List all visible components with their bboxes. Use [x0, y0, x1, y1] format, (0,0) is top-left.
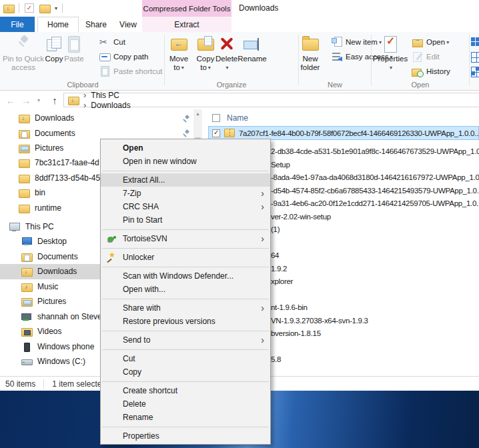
- tab-extract[interactable]: Extract: [163, 17, 210, 32]
- menu-item[interactable]: Rename ›: [101, 411, 270, 424]
- ribbon-button[interactable]: New folder▾: [300, 32, 320, 72]
- file-row[interactable]: bversion-1.8.15: [271, 327, 479, 341]
- submenu-arrow-icon: ›: [261, 303, 264, 313]
- menu-item: ›: [101, 264, 270, 269]
- menu-item[interactable]: Properties ›: [101, 429, 270, 443]
- ribbon-button[interactable]: Copy to▾: [195, 32, 215, 72]
- qat-dropdown-caret[interactable]: ▾: [55, 5, 57, 11]
- sidebar-item-icon: [21, 267, 32, 276]
- file-row[interactable]: 64: [271, 249, 479, 263]
- sidebar-item-icon: [19, 143, 29, 153]
- forward-button[interactable]: →: [19, 91, 33, 109]
- submenu-arrow-icon: ›: [261, 201, 264, 212]
- file-row[interactable]: [271, 341, 479, 354]
- submenu-arrow-icon: ›: [261, 233, 264, 244]
- menu-item[interactable]: Open ›: [101, 141, 270, 155]
- breadcrumb-item[interactable]: ›This PC: [79, 90, 131, 100]
- history-dropdown-caret[interactable]: ▾: [33, 91, 44, 109]
- sidebar-item-icon: [19, 203, 29, 213]
- tab-view[interactable]: View: [113, 17, 143, 32]
- menu-item[interactable]: 7-Zip ›: [101, 187, 270, 200]
- ribbon-button[interactable]: Copy ▾: [44, 32, 64, 72]
- ribbon-button[interactable]: Delete ▾: [215, 32, 237, 72]
- ribbon-button-icon: [300, 34, 320, 54]
- file-row[interactable]: -d54b-4574-85f2-cb6a67885433-14642154935…: [271, 185, 479, 198]
- ribbon-small-button[interactable]: Paste shortcut▾: [99, 64, 163, 79]
- file-row[interactable]: -9a31-4eb6-ac20-0f12e1cdd271-14642142597…: [271, 197, 479, 211]
- menu-item[interactable]: Scan with Windows Defender... ›: [101, 269, 270, 283]
- sidebar-item-icon: [21, 357, 32, 366]
- back-button[interactable]: ←: [3, 91, 19, 109]
- file-row[interactable]: 5.8: [271, 353, 479, 367]
- menu-item[interactable]: Open in new window ›: [101, 155, 270, 168]
- column-header[interactable]: Name: [212, 113, 248, 123]
- sidebar-item-icon: [21, 312, 32, 321]
- menu-item[interactable]: Share with ›: [101, 301, 270, 315]
- breadcrumb-item[interactable]: ›Downloads: [79, 100, 131, 110]
- file-row[interactable]: VN-1.9.3.27038-x64-svn-1.9.3: [271, 315, 479, 328]
- ribbon-small-button[interactable]: Copy path▾: [99, 49, 163, 64]
- ribbon-small-icon: [470, 36, 479, 48]
- ribbon-small-button[interactable]: Open▾: [412, 35, 450, 49]
- sidebar-item[interactable]: Downloads: [0, 111, 199, 125]
- file-row[interactable]: (1): [271, 223, 479, 237]
- menu-item[interactable]: Cut ›: [101, 352, 270, 365]
- menu-item[interactable]: Create shortcut ›: [101, 384, 270, 397]
- sidebar-item-icon: [21, 282, 32, 291]
- ribbon-group-select: Select all Select none Invert selection: [470, 32, 479, 91]
- ribbon-button[interactable]: Pin to Quick access▾: [3, 32, 44, 72]
- menu-item[interactable]: Restore previous versions ›: [101, 315, 270, 328]
- quick-access-toolbar[interactable]: ▾: [3, 3, 63, 13]
- file-row[interactable]: xplorer: [271, 275, 479, 289]
- scrollbar-up-arrow[interactable]: ▲: [193, 111, 202, 116]
- menu-item[interactable]: Copy ›: [101, 365, 270, 379]
- menu-item[interactable]: Extract All... ›: [101, 173, 270, 187]
- file-row-selected[interactable]: 7a207cf1-fe84-4b00-b79f-58f0672becf4-146…: [208, 126, 479, 140]
- ribbon-small-icon: [99, 65, 111, 77]
- ribbon-button[interactable]: Rename ▾: [237, 32, 266, 72]
- file-row[interactable]: 2-db38-4cde-a531-5b1e901a9f8c-1466467673…: [271, 145, 479, 159]
- ribbon-small-button[interactable]: Select all: [470, 35, 479, 49]
- menu-item[interactable]: Delete ›: [101, 397, 270, 411]
- chevron-right-icon: ›: [83, 100, 86, 110]
- tab-share[interactable]: Share: [80, 17, 112, 32]
- up-button[interactable]: ↑: [47, 91, 63, 109]
- row-checkbox-checked[interactable]: [212, 129, 220, 137]
- file-row[interactable]: [271, 289, 479, 302]
- tab-file[interactable]: File: [0, 17, 35, 32]
- sidebar-item-icon: [19, 173, 29, 183]
- menu-item[interactable]: Open with... ›: [101, 283, 270, 296]
- file-row[interactable]: nt-1.9.6-bin: [271, 301, 479, 315]
- ribbon-button[interactable]: Properties ▾: [373, 32, 408, 72]
- file-name: 7a207cf1-fe84-4b00-b79f-58f0672becf4-146…: [239, 129, 479, 137]
- ribbon-small-button[interactable]: Select none: [470, 49, 479, 64]
- menu-item[interactable]: CRC SHA ›: [101, 200, 270, 213]
- pin-icon: [183, 129, 189, 136]
- checkmark-icon[interactable]: [24, 3, 35, 13]
- file-row[interactable]: 1.9.2: [271, 263, 479, 276]
- sidebar-item-icon: [19, 188, 29, 197]
- ribbon-button[interactable]: Paste ▾: [64, 32, 84, 72]
- header-checkbox[interactable]: [212, 114, 220, 122]
- file-row[interactable]: Setup: [271, 159, 479, 172]
- pin-icon: [183, 115, 189, 121]
- tab-home[interactable]: Home: [37, 17, 79, 32]
- file-row[interactable]: ver-2.02-win-setup: [271, 211, 479, 224]
- ribbon-group-new: New folder▾ New item▾ Easy access▾ New: [299, 32, 371, 91]
- ribbon-button[interactable]: Move to▾: [169, 32, 189, 72]
- file-row[interactable]: [271, 237, 479, 250]
- menu-item[interactable]: TortoiseSVN ›: [101, 232, 270, 245]
- menu-item[interactable]: Send to ›: [101, 333, 270, 347]
- folder-icon[interactable]: [39, 3, 50, 13]
- ribbon-small-button[interactable]: Edit▾: [412, 49, 450, 64]
- column-header-label[interactable]: Name: [227, 113, 248, 123]
- breadcrumb[interactable]: ›This PC›Downloads: [63, 93, 479, 107]
- ribbon-small-button[interactable]: History▾: [412, 64, 450, 79]
- ribbon-small-icon: [99, 51, 111, 63]
- menu-item[interactable]: Pin to Start ›: [101, 213, 270, 227]
- ribbon-small-button[interactable]: Invert selection: [470, 64, 479, 79]
- menu-item[interactable]: Unlocker ›: [101, 251, 270, 264]
- ribbon-small-button[interactable]: Cut▾: [99, 35, 163, 49]
- file-row[interactable]: -8ada-49e1-97aa-da4068d3180d-14642161679…: [271, 171, 479, 185]
- menu-item: ›: [101, 168, 270, 173]
